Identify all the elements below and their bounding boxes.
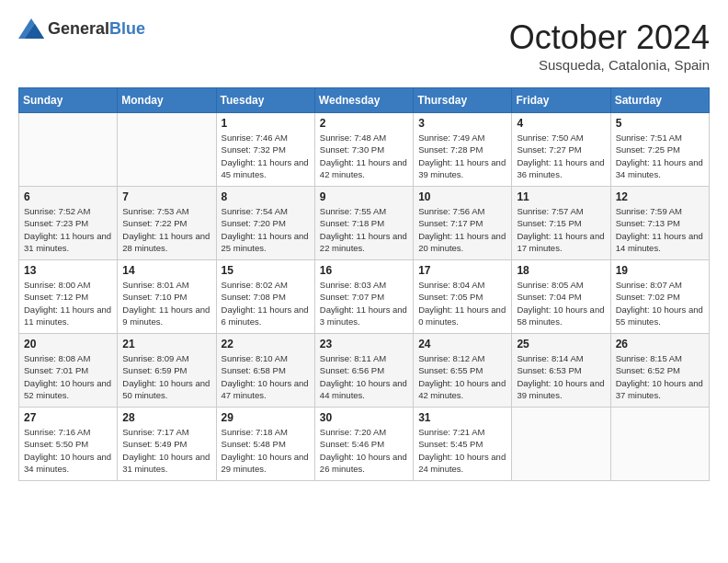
day-number: 14 — [122, 264, 210, 277]
day-number: 29 — [222, 411, 310, 424]
day-info: Sunrise: 7:46 AM Sunset: 7:32 PM Dayligh… — [222, 132, 310, 180]
calendar-cell: 21Sunrise: 8:09 AM Sunset: 6:59 PM Dayli… — [118, 334, 216, 408]
day-number: 21 — [122, 338, 210, 350]
calendar-cell: 12Sunrise: 7:59 AM Sunset: 7:13 PM Dayli… — [610, 187, 709, 260]
calendar-cell: 29Sunrise: 7:18 AM Sunset: 5:48 PM Dayli… — [216, 408, 314, 481]
calendar-cell: 22Sunrise: 8:10 AM Sunset: 6:58 PM Dayli… — [216, 334, 314, 408]
day-number: 5 — [616, 117, 704, 130]
day-info: Sunrise: 7:48 AM Sunset: 7:30 PM Dayligh… — [320, 132, 408, 180]
day-number: 19 — [616, 264, 704, 277]
calendar-cell: 7Sunrise: 7:53 AM Sunset: 7:22 PM Daylig… — [118, 187, 216, 260]
day-of-week-header: Saturday — [610, 88, 709, 113]
day-number: 24 — [418, 338, 506, 350]
day-info: Sunrise: 7:55 AM Sunset: 7:18 PM Dayligh… — [320, 205, 408, 254]
day-info: Sunrise: 7:21 AM Sunset: 5:45 PM Dayligh… — [418, 426, 506, 475]
calendar-table: SundayMondayTuesdayWednesdayThursdayFrid… — [18, 87, 710, 481]
calendar-cell: 25Sunrise: 8:14 AM Sunset: 6:53 PM Dayli… — [512, 334, 610, 408]
calendar-cell: 14Sunrise: 8:01 AM Sunset: 7:10 PM Dayli… — [118, 260, 216, 334]
calendar-cell: 23Sunrise: 8:11 AM Sunset: 6:56 PM Dayli… — [314, 334, 413, 408]
calendar-cell: 2Sunrise: 7:48 AM Sunset: 7:30 PM Daylig… — [314, 113, 413, 187]
calendar-cell — [512, 408, 610, 481]
day-number: 13 — [24, 264, 112, 277]
day-number: 23 — [320, 338, 408, 350]
day-info: Sunrise: 8:05 AM Sunset: 7:04 PM Dayligh… — [517, 279, 605, 327]
day-info: Sunrise: 8:03 AM Sunset: 7:07 PM Dayligh… — [320, 279, 408, 327]
day-info: Sunrise: 8:15 AM Sunset: 6:52 PM Dayligh… — [616, 352, 704, 401]
calendar-cell: 5Sunrise: 7:51 AM Sunset: 7:25 PM Daylig… — [610, 113, 709, 187]
day-number: 7 — [122, 190, 210, 203]
day-info: Sunrise: 7:54 AM Sunset: 7:20 PM Dayligh… — [222, 205, 310, 254]
calendar-cell: 18Sunrise: 8:05 AM Sunset: 7:04 PM Dayli… — [512, 260, 610, 334]
day-of-week-header: Monday — [118, 88, 216, 113]
day-of-week-header: Sunday — [19, 88, 118, 113]
month-title: October 2024 — [509, 18, 710, 57]
day-info: Sunrise: 7:50 AM Sunset: 7:27 PM Dayligh… — [517, 132, 605, 180]
calendar-cell: 4Sunrise: 7:50 AM Sunset: 7:27 PM Daylig… — [512, 113, 610, 187]
day-number: 18 — [517, 264, 605, 277]
calendar-cell: 13Sunrise: 8:00 AM Sunset: 7:12 PM Dayli… — [19, 260, 118, 334]
calendar-cell: 30Sunrise: 7:20 AM Sunset: 5:46 PM Dayli… — [314, 408, 413, 481]
day-info: Sunrise: 8:07 AM Sunset: 7:02 PM Dayligh… — [616, 279, 704, 327]
calendar-cell — [118, 113, 216, 187]
day-info: Sunrise: 8:08 AM Sunset: 7:01 PM Dayligh… — [24, 352, 112, 401]
day-number: 10 — [418, 190, 506, 203]
day-info: Sunrise: 7:16 AM Sunset: 5:50 PM Dayligh… — [24, 426, 112, 475]
day-number: 15 — [222, 264, 310, 277]
calendar-cell: 10Sunrise: 7:56 AM Sunset: 7:17 PM Dayli… — [414, 187, 512, 260]
calendar-cell: 11Sunrise: 7:57 AM Sunset: 7:15 PM Dayli… — [512, 187, 610, 260]
day-info: Sunrise: 7:17 AM Sunset: 5:49 PM Dayligh… — [122, 426, 210, 475]
day-info: Sunrise: 7:51 AM Sunset: 7:25 PM Dayligh… — [616, 132, 704, 180]
day-number: 3 — [418, 117, 506, 130]
day-number: 20 — [24, 338, 112, 350]
calendar-cell: 3Sunrise: 7:49 AM Sunset: 7:28 PM Daylig… — [414, 113, 512, 187]
day-number: 4 — [517, 117, 605, 130]
page-header: GeneralBlue October 2024 Susqueda, Catal… — [18, 18, 710, 73]
day-of-week-header: Wednesday — [314, 88, 413, 113]
day-number: 1 — [222, 117, 310, 130]
logo-text-general: General — [48, 19, 109, 38]
calendar-week-row: 27Sunrise: 7:16 AM Sunset: 5:50 PM Dayli… — [19, 408, 710, 481]
day-number: 9 — [320, 190, 408, 203]
day-number: 17 — [418, 264, 506, 277]
calendar-cell: 28Sunrise: 7:17 AM Sunset: 5:49 PM Dayli… — [118, 408, 216, 481]
day-info: Sunrise: 7:52 AM Sunset: 7:23 PM Dayligh… — [24, 205, 112, 254]
day-info: Sunrise: 8:01 AM Sunset: 7:10 PM Dayligh… — [122, 279, 210, 327]
calendar-cell — [19, 113, 118, 187]
title-block: October 2024 Susqueda, Catalonia, Spain — [509, 18, 710, 73]
day-info: Sunrise: 8:00 AM Sunset: 7:12 PM Dayligh… — [24, 279, 112, 327]
calendar-cell: 24Sunrise: 8:12 AM Sunset: 6:55 PM Dayli… — [414, 334, 512, 408]
calendar-cell: 16Sunrise: 8:03 AM Sunset: 7:07 PM Dayli… — [314, 260, 413, 334]
day-info: Sunrise: 7:49 AM Sunset: 7:28 PM Dayligh… — [418, 132, 506, 180]
day-number: 31 — [418, 411, 506, 424]
calendar-cell: 6Sunrise: 7:52 AM Sunset: 7:23 PM Daylig… — [19, 187, 118, 260]
day-info: Sunrise: 7:18 AM Sunset: 5:48 PM Dayligh… — [222, 426, 310, 475]
logo-text-blue: Blue — [109, 19, 145, 38]
day-number: 6 — [24, 190, 112, 203]
calendar-cell: 15Sunrise: 8:02 AM Sunset: 7:08 PM Dayli… — [216, 260, 314, 334]
day-info: Sunrise: 8:14 AM Sunset: 6:53 PM Dayligh… — [517, 352, 605, 401]
day-number: 22 — [222, 338, 310, 350]
calendar-week-row: 6Sunrise: 7:52 AM Sunset: 7:23 PM Daylig… — [19, 187, 710, 260]
calendar-cell: 20Sunrise: 8:08 AM Sunset: 7:01 PM Dayli… — [19, 334, 118, 408]
day-info: Sunrise: 7:59 AM Sunset: 7:13 PM Dayligh… — [616, 205, 704, 254]
day-of-week-header: Thursday — [414, 88, 512, 113]
calendar-cell: 8Sunrise: 7:54 AM Sunset: 7:20 PM Daylig… — [216, 187, 314, 260]
calendar-week-row: 1Sunrise: 7:46 AM Sunset: 7:32 PM Daylig… — [19, 113, 710, 187]
day-info: Sunrise: 8:04 AM Sunset: 7:05 PM Dayligh… — [418, 279, 506, 327]
day-number: 16 — [320, 264, 408, 277]
day-number: 2 — [320, 117, 408, 130]
calendar-week-row: 13Sunrise: 8:00 AM Sunset: 7:12 PM Dayli… — [19, 260, 710, 334]
day-number: 30 — [320, 411, 408, 424]
calendar-header-row: SundayMondayTuesdayWednesdayThursdayFrid… — [19, 88, 710, 113]
day-info: Sunrise: 8:12 AM Sunset: 6:55 PM Dayligh… — [418, 352, 506, 401]
calendar-cell: 17Sunrise: 8:04 AM Sunset: 7:05 PM Dayli… — [414, 260, 512, 334]
logo-icon — [18, 18, 44, 39]
day-number: 27 — [24, 411, 112, 424]
day-of-week-header: Tuesday — [216, 88, 314, 113]
day-info: Sunrise: 7:57 AM Sunset: 7:15 PM Dayligh… — [517, 205, 605, 254]
calendar-cell: 27Sunrise: 7:16 AM Sunset: 5:50 PM Dayli… — [19, 408, 118, 481]
day-info: Sunrise: 7:53 AM Sunset: 7:22 PM Dayligh… — [122, 205, 210, 254]
location: Susqueda, Catalonia, Spain — [509, 57, 710, 73]
calendar-cell: 26Sunrise: 8:15 AM Sunset: 6:52 PM Dayli… — [610, 334, 709, 408]
day-number: 8 — [222, 190, 310, 203]
